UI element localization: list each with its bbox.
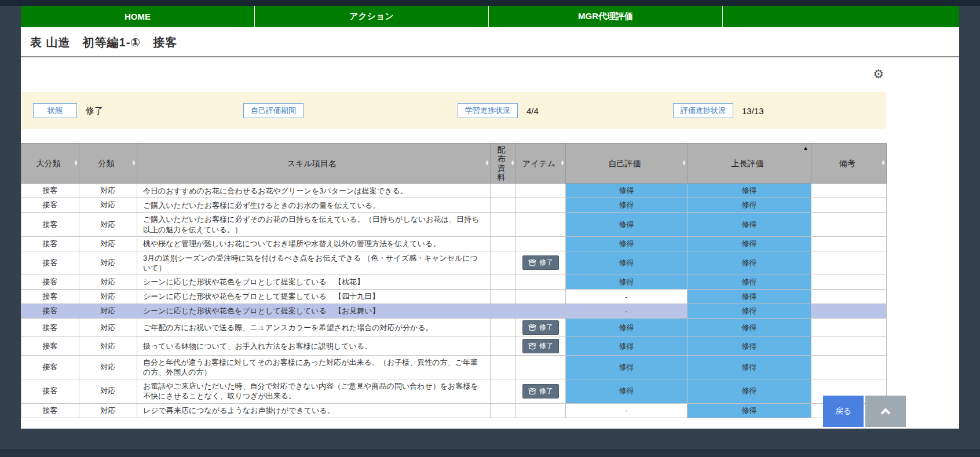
table-row[interactable]: 接客対応扱っている鉢物について、お手入れ方法をお客様に説明している。修了修得修得 (21, 337, 887, 356)
cell-skill-name: ご年配の方にお祝いで送る際、ニュアンスカラーを希望された場合の対応が分かる。 (137, 319, 491, 337)
bottom-strip (0, 449, 980, 457)
cell-major-category: 接客 (21, 403, 79, 418)
column-header-label: 備考 (815, 159, 879, 168)
cell-major-category: 接客 (21, 251, 79, 275)
cell-remarks (811, 290, 887, 304)
item-complete-button[interactable]: 修了 (522, 384, 559, 398)
column-header-5[interactable]: 自己評価▲▼ (566, 144, 688, 184)
sort-both-icon: ▲▼ (510, 160, 515, 166)
cell-self-eval: 修得 (566, 251, 688, 275)
cell-remarks (811, 304, 887, 319)
cell-category: 対応 (79, 236, 137, 251)
cell-self-eval: 修得 (566, 379, 688, 403)
table-row[interactable]: 接客対応ご年配の方にお祝いで送る際、ニュアンスカラーを希望された場合の対応が分か… (21, 319, 887, 337)
skill-table-body: 接客対応今日のおすすめのお花に合わせるお花やグリーンを3パターンは提案できる。修… (21, 184, 887, 418)
table-row[interactable]: 接客対応自分と年代が違うお客様に対してそのお客様にあった対応が出来る。（お子様、… (21, 356, 887, 379)
table-row[interactable]: 接客対応シーンに応じた形状や花色をプロとして提案している 【四十九日】-修得 (21, 290, 887, 304)
column-header-label: スキル項目名 (141, 159, 483, 168)
cell-handout (491, 403, 516, 418)
column-header-4[interactable]: アイテム▲▼ (516, 144, 566, 184)
column-header-7[interactable]: 備考▲▼ (811, 144, 887, 184)
table-row[interactable]: 接客対応今日のおすすめのお花に合わせるお花やグリーンを3パターンは提案できる。修… (21, 184, 887, 198)
learning-progress-chip: 学習進捗状況 (458, 103, 518, 118)
table-row[interactable]: 接客対応ご購入いただいたお客様に必ず生けるときのお水の量を伝えている。修得修得 (21, 198, 887, 213)
cell-item: 修了 (516, 337, 566, 356)
cell-remarks (811, 356, 887, 379)
status-value: 修了 (86, 105, 103, 116)
nav-item-home[interactable]: HOME (21, 6, 255, 27)
table-row[interactable]: 接客対応3月の送別シーズンの受注時に気を付けるべき点をお伝えできる （色・サイズ… (21, 251, 887, 275)
main-nav: HOMEアクションMGR代理評価 (21, 6, 959, 27)
sort-both-icon: ▲▼ (881, 160, 886, 166)
cell-major-category: 接客 (21, 236, 79, 251)
cell-major-category: 接客 (21, 213, 79, 236)
page-title: 表 山造 初等編1-① 接客 (30, 35, 950, 50)
cell-remarks (811, 251, 887, 275)
learning-progress-value: 4/4 (526, 106, 539, 116)
table-row[interactable]: 接客対応お電話やご来店いただいた時、自分で対応できない内容（ご意見や商品の問い合… (21, 379, 887, 403)
item-box-icon (528, 342, 536, 350)
cell-skill-name: シーンに応じた形状や花色をプロとして提案している 【枕花】 (137, 275, 491, 290)
cell-handout (491, 213, 516, 236)
self-eval-period-chip: 自己評価期間 (243, 103, 303, 118)
cell-category: 対応 (79, 304, 137, 319)
gear-icon[interactable]: ⚙ (873, 68, 884, 80)
sort-both-icon: ▲▼ (74, 160, 78, 166)
eval-progress-value: 13/13 (742, 106, 764, 116)
column-header-0[interactable]: 大分類▲▼ (21, 144, 79, 184)
back-button[interactable]: 戻る (823, 396, 864, 427)
cell-manager-eval: 修得 (688, 304, 811, 319)
cell-item: 修了 (516, 379, 566, 403)
sort-both-icon: ▲▼ (682, 160, 686, 166)
cell-self-eval: - (566, 290, 688, 304)
column-header-2[interactable]: スキル項目名▲▼ (137, 144, 491, 184)
cell-manager-eval: 修得 (688, 319, 811, 337)
column-header-label: 自己評価 (569, 159, 680, 168)
table-row[interactable]: 接客対応桃や桜など管理が難しいお花についておき場所や水替え以外の管理方法を伝えて… (21, 236, 887, 251)
cell-handout (491, 356, 516, 379)
column-header-label: 大分類 (25, 159, 72, 168)
cell-remarks (811, 275, 887, 290)
cell-skill-name: ご購入いただいたお客様に必ずそのお花の日持ちを伝えている。（日持ちがしないお花は… (137, 213, 491, 236)
table-row[interactable]: 接客対応シーンに応じた形状や花色をプロとして提案している 【お見舞い】-修得 (21, 304, 887, 319)
cell-skill-name: 3月の送別シーズンの受注時に気を付けるべき点をお伝えできる （色・サイズ感・キャ… (137, 251, 491, 275)
cell-remarks (811, 337, 887, 356)
learning-progress-group: 学習進捗状況 4/4 (458, 103, 539, 118)
column-header-1[interactable]: 分類▲▼ (79, 144, 137, 184)
item-complete-button[interactable]: 修了 (522, 339, 559, 353)
title-row: 表 山造 初等編1-① 接客 (21, 27, 959, 57)
item-complete-button[interactable]: 修了 (522, 320, 559, 335)
cell-item (516, 290, 566, 304)
table-row[interactable]: 接客対応ご購入いただいたお客様に必ずそのお花の日持ちを伝えている。（日持ちがしな… (21, 213, 887, 236)
item-complete-button[interactable]: 修了 (522, 255, 559, 270)
cell-self-eval: 修得 (566, 198, 688, 213)
table-row[interactable]: 接客対応シーンに応じた形状や花色をプロとして提案している 【枕花】修得修得 (21, 275, 887, 290)
cell-skill-name: 扱っている鉢物について、お手入れ方法をお客様に説明している。 (137, 337, 491, 356)
cell-manager-eval: 修得 (688, 356, 811, 379)
cell-manager-eval: 修得 (688, 184, 811, 198)
status-bar: 状態 修了 自己評価期間 学習進捗状況 4/4 評価進捗状況 13/13 (21, 92, 886, 129)
item-button-label: 修了 (539, 341, 553, 351)
cell-skill-name: 今日のおすすめのお花に合わせるお花やグリーンを3パターンは提案できる。 (137, 184, 491, 198)
cell-manager-eval: 修得 (688, 236, 811, 251)
cell-skill-name: シーンに応じた形状や花色をプロとして提案している 【お見舞い】 (137, 304, 491, 319)
cell-major-category: 接客 (21, 275, 79, 290)
column-header-label: 配布資料 (494, 145, 509, 182)
item-button-label: 修了 (539, 386, 553, 396)
cell-handout (491, 275, 516, 290)
sort-both-icon: ▲▼ (560, 160, 565, 166)
cell-remarks (811, 213, 887, 236)
cell-item (516, 304, 566, 319)
status-group: 状態 修了 (33, 103, 103, 118)
cell-manager-eval: 修得 (688, 337, 811, 356)
item-button-label: 修了 (539, 258, 553, 268)
sort-both-icon: ▲▼ (131, 160, 136, 166)
column-header-3[interactable]: 配布資料▲▼ (491, 144, 516, 184)
nav-item-mgr-proxy-eval[interactable]: MGR代理評価 (489, 6, 723, 27)
cell-major-category: 接客 (21, 379, 79, 403)
table-row[interactable]: 接客対応レジで再来店につながるようなお声掛けができている。-修得 (21, 403, 887, 418)
column-header-6[interactable]: 上長評価▲ (688, 144, 811, 184)
scroll-top-button[interactable] (865, 396, 906, 427)
toolbar-row: ⚙ (21, 57, 959, 92)
nav-item-action[interactable]: アクション (255, 6, 489, 27)
